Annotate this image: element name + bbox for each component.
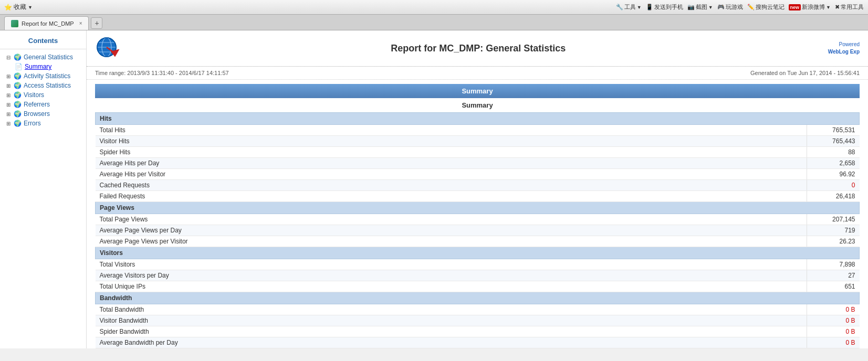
- expand-icon: ⊞: [6, 73, 12, 79]
- expand-icon-5: ⊞: [6, 111, 12, 117]
- table-row: Average Page Views per Day719: [96, 225, 860, 236]
- row-value: 7,898: [807, 259, 860, 270]
- table-row: Total Page Views207,145: [96, 214, 860, 225]
- row-label: Average Bandwidth per Day: [96, 337, 807, 348]
- browsers-link[interactable]: Browsers: [24, 110, 50, 118]
- tools-arrow: ▼: [637, 5, 642, 10]
- games-btn[interactable]: 🎮 玩游戏: [717, 3, 743, 11]
- sidebar-item-general-statistics[interactable]: ⊟ 🌍 General Statistics: [0, 52, 86, 62]
- summary-link[interactable]: Summary: [25, 63, 51, 70]
- row-value: 719: [807, 225, 860, 236]
- row-value: 96.92: [807, 169, 860, 180]
- row-label: Failed Requests: [96, 191, 807, 202]
- row-label: Spider Bandwidth: [96, 326, 807, 337]
- row-label: Average Page Views per Day: [96, 225, 807, 236]
- activity-statistics-link[interactable]: Activity Statistics: [24, 72, 70, 80]
- sidebar-title: Contents: [0, 35, 86, 49]
- row-label: Total Visitors: [96, 259, 807, 270]
- table-row: Visitor Hits765,443: [96, 136, 860, 147]
- row-value: 0: [807, 180, 860, 191]
- table-row: Cached Requests0: [96, 180, 860, 191]
- browser-toolbar: ⭐ 收藏 ▼ 🔧 工具 ▼ 📱 发送到手机 📷 截图 ▼ 🎮 玩游戏 ✏️ 搜狗…: [0, 0, 868, 15]
- row-value: 0 B: [807, 348, 860, 349]
- visitors-link[interactable]: Visitors: [24, 91, 44, 99]
- bookmarks-button[interactable]: ⭐ 收藏 ▼: [4, 3, 33, 12]
- row-label: Average Hits per Day: [96, 158, 807, 169]
- sidebar: Contents ⊟ 🌍 General Statistics 📄 Summar…: [0, 30, 87, 348]
- doc-icon: 📄: [15, 63, 23, 70]
- table-row: Total Unique IPs651: [96, 281, 860, 292]
- row-label: Average Hits per Visitor: [96, 169, 807, 180]
- phone-icon: 📱: [646, 4, 653, 10]
- games-icon: 🎮: [717, 4, 725, 10]
- star-icon: ⭐: [4, 4, 12, 11]
- table-row: Average Visitors per Day27: [96, 270, 860, 281]
- access-statistics-link[interactable]: Access Statistics: [24, 82, 71, 89]
- tools-x-icon: ✖: [835, 4, 840, 10]
- new-tab-button[interactable]: +: [91, 17, 102, 29]
- errors-link[interactable]: Errors: [24, 120, 41, 127]
- table-row: Average Bandwidth per Hit0 B: [96, 348, 860, 349]
- screenshot-btn[interactable]: 📷 截图 ▼: [687, 3, 713, 11]
- row-value: 26,418: [807, 191, 860, 202]
- section-header-bandwidth: Bandwidth: [96, 292, 860, 304]
- table-row: Average Hits per Day2,658: [96, 158, 860, 169]
- tools-icon: 🔧: [616, 4, 623, 10]
- row-value: 26.23: [807, 236, 860, 247]
- time-range-row: Time range: 2013/9/3 11:31:40 - 2014/6/1…: [87, 67, 868, 80]
- tab-favicon: [11, 20, 18, 27]
- toolbar-left: ⭐ 收藏 ▼: [4, 3, 33, 12]
- section-header-hits: Hits: [96, 113, 860, 125]
- sidebar-item-access-statistics[interactable]: ⊞ 🌍 Access Statistics: [0, 81, 86, 90]
- visitors-icon: 🌍: [14, 91, 22, 99]
- screenshot-arrow: ▼: [708, 5, 713, 10]
- sidebar-item-errors[interactable]: ⊞ 🌍 Errors: [0, 119, 86, 128]
- activity-icon: 🌍: [14, 72, 22, 80]
- row-label: Total Hits: [96, 125, 807, 136]
- expand-icon-3: ⊞: [6, 92, 12, 98]
- stats-table: HitsTotal Hits765,531Visitor Hits765,443…: [95, 112, 860, 348]
- new-tab-icon: +: [95, 19, 99, 27]
- dropdown-arrow: ▼: [28, 5, 33, 10]
- weibo-arrow: ▼: [826, 5, 831, 10]
- general-statistics-link[interactable]: General Statistics: [24, 54, 73, 61]
- expand-icon-4: ⊞: [6, 102, 12, 108]
- powered-by: Powered WebLog Exp: [828, 41, 860, 56]
- general-stats-icon: 🌍: [14, 54, 22, 61]
- generated-label: Generated on Tue Jun 17, 2014 - 15:56:41: [750, 70, 860, 76]
- active-tab[interactable]: Report for MC_DMP ×: [4, 16, 89, 30]
- browsers-icon: 🌍: [14, 110, 22, 118]
- sidebar-item-visitors[interactable]: ⊞ 🌍 Visitors: [0, 90, 86, 100]
- sidebar-item-summary[interactable]: 📄 Summary: [0, 62, 86, 71]
- row-value: 0 B: [807, 337, 860, 348]
- row-value: 27: [807, 270, 860, 281]
- tab-close-btn[interactable]: ×: [79, 20, 82, 26]
- section-header-visitors: Visitors: [96, 247, 860, 259]
- referrers-icon: 🌍: [14, 101, 22, 108]
- row-label: Total Bandwidth: [96, 304, 807, 315]
- tools-menu[interactable]: 🔧 工具 ▼: [616, 3, 642, 11]
- powered-line2: WebLog Exp: [828, 48, 860, 56]
- sidebar-item-referrers[interactable]: ⊞ 🌍 Referrers: [0, 100, 86, 109]
- common-tools-btn[interactable]: ✖ 常用工具: [835, 3, 864, 11]
- table-row: Average Page Views per Visitor26.23: [96, 236, 860, 247]
- table-row: Spider Bandwidth0 B: [96, 326, 860, 337]
- summary-header-bar: Summary: [95, 84, 860, 98]
- send-to-phone-btn[interactable]: 📱 发送到手机: [646, 3, 683, 11]
- cloud-notes-btn[interactable]: ✏️ 搜狗云笔记: [747, 3, 785, 11]
- sidebar-item-browsers[interactable]: ⊞ 🌍 Browsers: [0, 109, 86, 119]
- row-value: 765,531: [807, 125, 860, 136]
- powered-line1: Powered: [828, 41, 860, 48]
- errors-icon: 🌍: [14, 120, 22, 127]
- sidebar-item-activity-statistics[interactable]: ⊞ 🌍 Activity Statistics: [0, 71, 86, 81]
- weibo-btn[interactable]: new 新浪微博 ▼: [789, 3, 831, 11]
- expand-icon-2: ⊞: [6, 83, 12, 89]
- collapse-icon: ⊟: [6, 55, 12, 60]
- row-label: Visitor Hits: [96, 136, 807, 147]
- table-row: Total Visitors7,898: [96, 259, 860, 270]
- access-icon: 🌍: [14, 82, 22, 89]
- cloud-icon: ✏️: [747, 4, 755, 10]
- row-value: 2,658: [807, 158, 860, 169]
- row-value: 765,443: [807, 136, 860, 147]
- referrers-link[interactable]: Referrers: [24, 101, 50, 108]
